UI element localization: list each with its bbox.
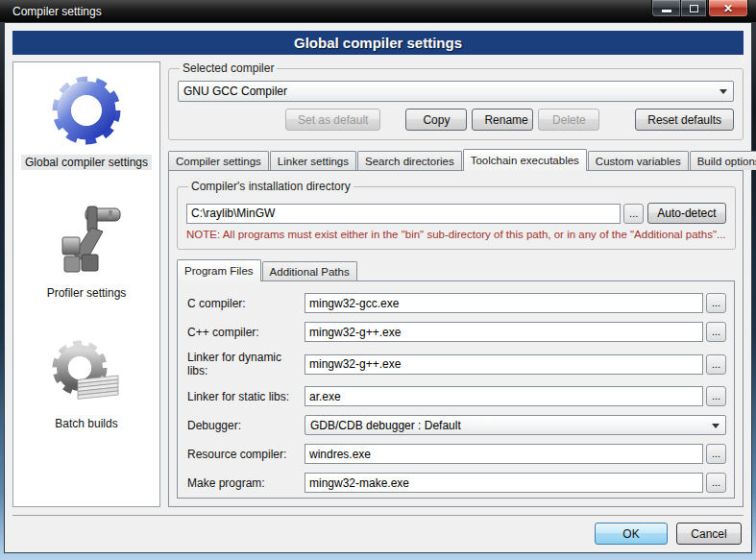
sidebar-item-label: Batch builds <box>51 416 121 431</box>
field-row-linker-dynamic: Linker for dynamic libs: ... <box>187 351 726 377</box>
c-compiler-browse-button[interactable]: ... <box>706 293 726 313</box>
gray-gear-stack-icon <box>45 329 128 412</box>
field-row-make-program: Make program: ... <box>187 473 726 493</box>
installation-directory-input[interactable] <box>186 204 621 224</box>
delete-button[interactable]: Delete <box>538 109 599 131</box>
field-row-c-compiler: C compiler: ... <box>187 293 726 313</box>
compiler-settings-window: Compiler settings ✕ Global compiler sett… <box>0 0 756 560</box>
sidebar-item-label: Profiler settings <box>43 285 131 301</box>
installation-directory-group: Compiler's installation directory ... Au… <box>177 180 736 250</box>
cancel-button[interactable]: Cancel <box>676 523 742 545</box>
field-row-linker-static: Linker for static libs: ... <box>187 386 726 406</box>
sidebar-item-label: Global compiler settings <box>21 155 152 170</box>
tab-program-files[interactable]: Program Files <box>177 259 261 281</box>
blue-gear-icon <box>45 68 128 151</box>
toolchain-executables-panel: Compiler's installation directory ... Au… <box>168 170 744 507</box>
tab-search-directories[interactable]: Search directories <box>357 151 462 170</box>
reset-defaults-button[interactable]: Reset defaults <box>635 109 734 131</box>
set-as-default-button[interactable]: Set as default <box>285 109 380 131</box>
field-row-debugger: Debugger: GDB/CDB debugger : Default <box>187 415 726 435</box>
tab-linker-settings[interactable]: Linker settings <box>270 151 356 170</box>
dialog-body: Global compiler settings <box>4 22 752 553</box>
window-title: Compiler settings <box>0 5 102 18</box>
make-program-input[interactable] <box>305 473 703 493</box>
compiler-select-value: GNU GCC Compiler <box>183 85 287 98</box>
linker-dynamic-input[interactable] <box>305 354 703 375</box>
program-files-tabstrip: Program Files Additional Paths <box>177 259 735 280</box>
chevron-down-icon <box>719 89 727 94</box>
installation-directory-legend: Compiler's installation directory <box>188 180 354 193</box>
cpp-compiler-browse-button[interactable]: ... <box>706 322 726 342</box>
caliper-icon <box>45 199 128 281</box>
field-label: Make program: <box>187 476 305 490</box>
tab-additional-paths[interactable]: Additional Paths <box>262 261 357 280</box>
field-label: C++ compiler: <box>187 326 305 339</box>
minimize-button[interactable] <box>651 0 680 17</box>
compiler-tabstrip: Compiler settings Linker settings Search… <box>168 148 744 170</box>
tab-build-options[interactable]: Build options <box>690 151 756 170</box>
settings-category-sidebar: Global compiler settings <box>12 61 160 507</box>
cpp-compiler-input[interactable] <box>305 322 703 342</box>
chevron-down-icon <box>712 424 719 428</box>
sidebar-item-global-compiler-settings[interactable]: Global compiler settings <box>21 68 152 170</box>
field-row-resource-compiler: Resource compiler: ... <box>187 444 726 464</box>
c-compiler-input[interactable] <box>305 293 703 313</box>
titlebar: Compiler settings ✕ <box>0 0 756 22</box>
minimize-icon <box>662 10 671 12</box>
tab-toolchain-executables[interactable]: Toolchain executables <box>463 149 587 171</box>
dialog-footer: OK Cancel <box>12 515 744 545</box>
linker-static-input[interactable] <box>305 386 703 406</box>
page-title: Global compiler settings <box>12 31 744 55</box>
ok-button[interactable]: OK <box>595 523 668 545</box>
linker-static-browse-button[interactable]: ... <box>706 386 726 406</box>
field-label: C compiler: <box>187 297 305 310</box>
field-row-cpp-compiler: C++ compiler: ... <box>187 322 726 342</box>
tab-compiler-settings[interactable]: Compiler settings <box>168 151 269 170</box>
program-files-panel: C compiler: ... C++ compiler: ... <box>177 280 735 499</box>
close-icon: ✕ <box>723 1 733 16</box>
selected-compiler-legend: Selected compiler <box>180 61 277 75</box>
make-program-browse-button[interactable]: ... <box>706 473 726 493</box>
close-button[interactable]: ✕ <box>708 0 748 17</box>
linker-dynamic-browse-button[interactable]: ... <box>706 354 726 375</box>
resource-compiler-input[interactable] <box>305 444 703 464</box>
compiler-select[interactable]: GNU GCC Compiler <box>178 81 734 102</box>
selected-compiler-group: Selected compiler GNU GCC Compiler Set a… <box>168 61 744 140</box>
resource-compiler-browse-button[interactable]: ... <box>706 444 726 464</box>
field-label: Linker for dynamic libs: <box>187 351 305 377</box>
maximize-icon <box>690 5 698 12</box>
sidebar-item-batch-builds[interactable]: Batch builds <box>45 329 128 431</box>
field-label: Debugger: <box>187 419 305 432</box>
rename-button[interactable]: Rename <box>472 109 533 131</box>
copy-button[interactable]: Copy <box>405 109 467 131</box>
field-label: Resource compiler: <box>187 448 305 461</box>
tab-custom-variables[interactable]: Custom variables <box>588 151 689 170</box>
installation-directory-browse-button[interactable]: ... <box>623 204 644 224</box>
installation-note: NOTE: All programs must exist either in … <box>186 229 726 240</box>
debugger-select[interactable]: GDB/CDB debugger : Default <box>305 415 726 435</box>
field-label: Linker for static libs: <box>187 390 305 403</box>
sidebar-item-profiler-settings[interactable]: Profiler settings <box>43 199 131 301</box>
debugger-select-value: GDB/CDB debugger : Default <box>310 419 461 432</box>
auto-detect-button[interactable]: Auto-detect <box>647 203 725 224</box>
maximize-button[interactable] <box>680 0 707 17</box>
